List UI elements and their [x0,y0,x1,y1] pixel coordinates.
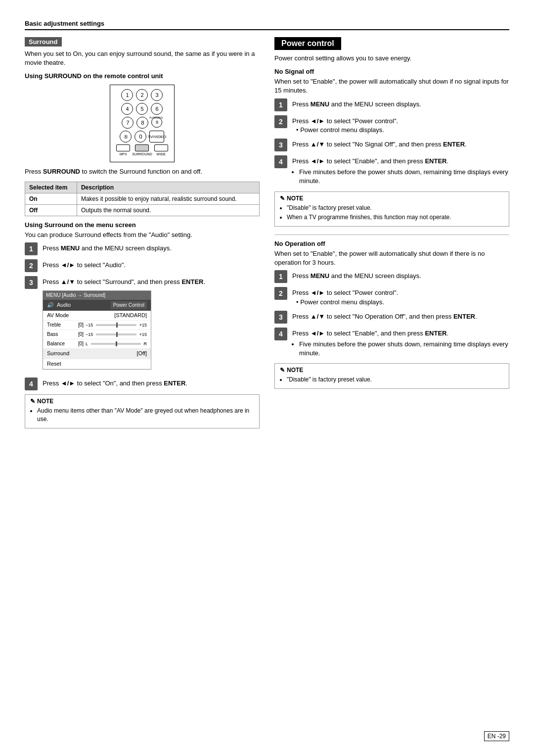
remote-btn-9: 9 TV/VIDEO [151,117,162,128]
treble-val: [0] [74,322,84,329]
reset-label: Reset [47,360,61,368]
no-step4-sub: Five minutes before the power shuts down… [292,340,509,358]
no-step-content-3: Press ▲/▼ to select "No Operation Off", … [292,311,509,321]
remote-row-2: 4 5 6 [116,103,168,115]
remote-btn-5circ: ⑤ [120,131,132,142]
no-operation-desc: When set to "Enable", the power will aut… [274,249,509,267]
treble-min: −15 [86,322,93,329]
table-col1: Selected item [25,182,77,193]
remote-btn-8: 8 [136,117,148,129]
ns-step-num-2: 2 [274,115,287,128]
step-2: 2 Press ◄/► to select "Audio". [25,259,260,272]
basic-adjustment-title: Basic adjustment settings [25,20,104,27]
step-content-1: Press MENU and the MENU screen displays. [43,242,260,253]
table-row: Off Outputs the normal sound. [25,204,260,216]
step-num-2: 2 [25,259,38,272]
page-title-section: Basic adjustment settings [25,20,509,30]
menu-audio-header: 🔊 Audio Power Control [43,300,151,311]
no-signal-note: ✎ NOTE "Disable" is factory preset value… [274,191,509,227]
ns-step-4: 4 Press ◄/► to select "Enable", and then… [274,155,509,188]
ns-note-title: ✎ NOTE [280,195,504,202]
no-note-list: "Disable" is factory preset value. [280,376,504,384]
no-step-num-2: 2 [274,287,287,300]
ns-step-2: 2 Press ◄/► to select "Power control". •… [274,115,509,135]
ns-step-content-2: Press ◄/► to select "Power control". • P… [292,115,509,135]
power-control-header: Power control [274,37,341,50]
table-col2: Description [77,182,259,193]
balance-max: R [144,341,147,347]
no-step-2: 2 Press ◄/► to select "Power control". •… [274,287,509,306]
menu-intro: You can produce Surround effects from th… [25,231,260,239]
step-1: 1 Press MENU and the MENU screen display… [25,242,260,255]
remote-btn-5: 5 [136,103,148,115]
no-step-content-1: Press MENU and the MENU screen displays. [292,270,509,281]
remote-btn-wide [154,144,168,151]
ns-step-content-1: Press MENU and the MENU screen displays. [292,98,509,109]
ns-note-list: "Disable" is factory preset value. When … [280,204,504,222]
menu-row-treble: Treble [0] −15 +15 [43,321,151,330]
bass-label: Bass [47,331,72,338]
remote-btn-surround [135,144,149,151]
no-operation-note: ✎ NOTE "Disable" is factory preset value… [274,363,509,389]
table-row: On Makes it possible to enjoy natural, r… [25,193,260,204]
surround-note-list: Audio menu items other than "AV Mode" ar… [30,407,254,424]
balance-min: L [86,341,88,347]
power-control-section: Power control Power control setting allo… [274,37,509,432]
ns-step4-sub-item: Five minutes before the power shuts down… [299,168,509,186]
no-signal-desc: When set to "Enable", the power will aut… [274,77,509,95]
divider [274,235,509,235]
menu-row-bass: Bass [0] −15 +15 [43,330,151,339]
treble-label: Treble [47,322,72,329]
menu-screenshot: MENU [Audio → Surround] 🔊 Audio Power Co… [43,290,151,370]
remote-btn-7: 7 [122,117,134,129]
remote-btn-0: 0 [134,131,146,142]
avmode-label: AV Mode [47,312,69,319]
no-note-title: ✎ NOTE [280,367,504,374]
table-desc-off: Outputs the normal sound. [77,204,259,216]
menu-row-surround: Surround [Off] [43,349,151,359]
remote-image: 1 2 3 4 5 6 7 8 9 TV/VIDEO [25,85,260,162]
ns-step-1: 1 Press MENU and the MENU screen display… [274,98,509,111]
ns-step-num-3: 3 [274,139,287,151]
step-content-2: Press ◄/► to select "Audio". [43,259,260,270]
no-step-content-4: Press ◄/► to select "Enable", and then p… [292,328,509,360]
surround-label: Surround [47,350,69,357]
remote-btn-tvvideo: TV/VIDEO [149,131,164,142]
remote-row-1: 1 2 3 [116,89,168,101]
audio-label: Audio [57,301,71,309]
no-operation-title: No Operation off [274,240,509,247]
step-num-4: 4 [25,378,38,390]
no-step-num-3: 3 [274,311,287,324]
power-control-intro: Power control setting allows you to save… [274,54,509,63]
ns-step-num-1: 1 [274,98,287,111]
step-content-3: Press ▲/▼ to select "Surround", and then… [43,276,260,374]
power-control-label: Power Control [111,301,147,309]
bass-track [96,333,136,335]
menu-breadcrumb: MENU [Audio → Surround] [46,292,105,299]
ns-step-content-4: Press ◄/► to select "Enable", and then p… [292,155,509,188]
balance-track [91,343,140,345]
step-3: 3 Press ▲/▼ to select "Surround", and th… [25,276,260,374]
bass-max: +15 [139,331,147,338]
menu-row-reset: Reset [43,359,151,369]
no-step4-sub-item: Five minutes before the power shuts down… [299,340,509,358]
table-item-off: Off [25,204,77,216]
table-item-on: On [25,193,77,204]
menu-title: Using Surround on the menu screen [25,221,260,229]
no-step-num-1: 1 [274,270,287,283]
note-icon: ✎ [30,398,35,405]
step-num-3: 3 [25,276,38,289]
bass-min: −15 [86,331,93,338]
remote-btn-3: 3 [151,89,163,101]
main-content: Surround When you set to On, you can enj… [25,37,509,432]
ns-note-item-1: "Disable" is factory preset value. [287,204,504,212]
remote-btn-4: 4 [121,103,133,115]
ns-step-num-4: 4 [274,155,287,168]
surround-note: ✎ NOTE Audio menu items other than "AV M… [25,394,260,428]
no-note-item-1: "Disable" is factory preset value. [287,376,504,384]
step-content-4: Press ◄/► to select "On", and then press… [43,378,260,388]
no-step-3: 3 Press ▲/▼ to select "No Operation Off"… [274,311,509,324]
remote-box: 1 2 3 4 5 6 7 8 9 TV/VIDEO [110,85,174,162]
remote-row-4: ⑤ 0 TV/VIDEO [116,131,168,142]
balance-val: [0] [74,340,84,347]
